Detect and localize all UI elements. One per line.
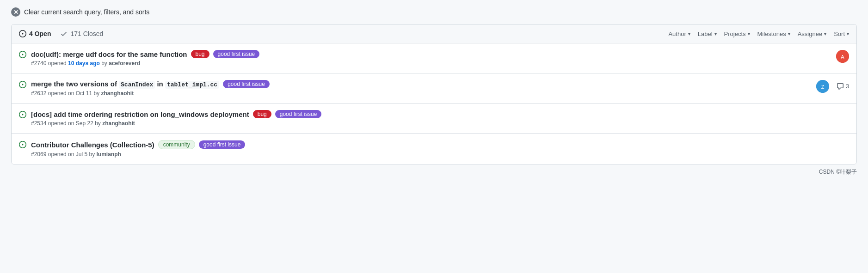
comment-number: 3 (846, 83, 849, 90)
issues-container: 4 Open 171 Closed Author ▾ Label ▾ (11, 24, 857, 164)
issue-title-row: [docs] add time ordering restriction on … (31, 110, 842, 118)
footer-note: CSDN ©叶梨子 (11, 164, 857, 178)
issue-by: by (93, 90, 101, 97)
avatar: Z (816, 80, 829, 93)
issue-open-icon (19, 111, 26, 118)
label-filter-button[interactable]: Label ▾ (698, 30, 717, 37)
svg-text:Z: Z (821, 84, 825, 90)
code-scanindex: ScanIndex (119, 81, 155, 89)
comment-count: 3 (837, 83, 849, 90)
table-row: doc(udf): merge udf docs for the same fu… (12, 43, 856, 73)
issue-time-text: opened on (48, 151, 76, 158)
badge-bug: bug (253, 110, 271, 118)
projects-filter-label: Projects (724, 30, 746, 37)
issue-right: A (836, 50, 849, 63)
table-row: [docs] add time ordering restriction on … (12, 103, 856, 133)
issue-title[interactable]: doc(udf): merge udf docs for the same fu… (31, 50, 187, 58)
milestones-filter-label: Milestones (757, 30, 786, 37)
issue-author[interactable]: zhanghaohit (101, 90, 134, 97)
issue-content: doc(udf): merge udf docs for the same fu… (31, 50, 829, 67)
issue-time-value: Jul 5 (76, 151, 87, 158)
issue-time-value: Oct 11 (76, 90, 92, 97)
milestones-chevron-icon: ▾ (788, 31, 790, 36)
badge-bug: bug (191, 50, 209, 58)
closed-count-label: 171 Closed (70, 30, 103, 37)
issue-author[interactable]: zhanghaohit (102, 120, 135, 127)
projects-filter-button[interactable]: Projects ▾ (724, 30, 750, 37)
issue-number: #2632 (31, 90, 46, 97)
label-chevron-icon: ▾ (714, 31, 717, 36)
issue-content: [docs] add time ordering restriction on … (31, 110, 842, 127)
sort-filter-label: Sort (834, 30, 845, 37)
milestones-filter-button[interactable]: Milestones ▾ (757, 30, 790, 37)
issue-title[interactable]: [docs] add time ordering restriction on … (31, 110, 249, 118)
issue-content: merge the two versions of ScanIndex in t… (31, 80, 809, 97)
avatar-image: A (836, 50, 849, 63)
issue-time-text: opened on (48, 120, 76, 127)
issue-time-link[interactable]: 10 days ago (68, 60, 100, 67)
issue-number: #2534 (31, 120, 46, 127)
svg-text:A: A (841, 54, 844, 60)
issue-time-text: opened on (48, 90, 76, 97)
avatar: A (836, 50, 849, 63)
issue-number: #2069 (31, 151, 46, 158)
issue-author[interactable]: aceforeverd (109, 60, 140, 67)
issue-time-value: Sep 22 (76, 120, 93, 127)
badge-good-first-issue: good first issue (223, 80, 270, 88)
issue-title-row: Contributor Challenges (Collection-5) co… (31, 140, 842, 149)
clear-search-icon[interactable]: ✕ (11, 7, 20, 17)
clear-search-label: Clear current search query, filters, and… (24, 8, 149, 16)
issue-by: by (89, 151, 96, 158)
code-tablet: tablet_impl.cc (165, 81, 219, 89)
assignee-filter-button[interactable]: Assignee ▾ (798, 30, 826, 37)
issue-author[interactable]: lumianph (97, 151, 121, 158)
author-filter-label: Author (668, 30, 686, 37)
issue-content: Contributor Challenges (Collection-5) co… (31, 140, 842, 158)
issue-right: Z 3 (816, 80, 849, 93)
assignee-chevron-icon: ▾ (824, 31, 826, 36)
issue-title[interactable]: merge the two versions of ScanIndex in t… (31, 80, 219, 88)
comment-icon (837, 83, 844, 90)
badge-good-first-issue: good first issue (199, 140, 246, 149)
table-row: Contributor Challenges (Collection-5) co… (12, 133, 856, 164)
issues-header: 4 Open 171 Closed Author ▾ Label ▾ (12, 24, 856, 43)
issue-by: by (101, 60, 109, 67)
badge-good-first-issue: good first issue (213, 50, 260, 58)
closed-issue-icon (60, 30, 68, 37)
author-filter-button[interactable]: Author ▾ (668, 30, 690, 37)
open-issues-button[interactable]: 4 Open (19, 30, 51, 37)
issue-open-icon (19, 51, 26, 58)
issue-time-text: opened (48, 60, 68, 67)
badge-community: community (158, 140, 195, 149)
issue-meta: #2632 opened on Oct 11 by zhanghaohit (31, 90, 809, 97)
assignee-filter-label: Assignee (798, 30, 822, 37)
issue-open-icon (19, 141, 26, 148)
sort-chevron-icon: ▾ (847, 31, 849, 36)
avatar-image: Z (816, 80, 829, 93)
issue-number: #2740 (31, 60, 46, 67)
issue-open-icon (19, 81, 26, 88)
issue-meta: #2740 opened 10 days ago by aceforeverd (31, 60, 829, 67)
issue-title-row: merge the two versions of ScanIndex in t… (31, 80, 809, 88)
badge-good-first-issue: good first issue (275, 110, 322, 118)
sort-filter-button[interactable]: Sort ▾ (834, 30, 849, 37)
issue-title[interactable]: Contributor Challenges (Collection-5) (31, 141, 154, 149)
table-row: merge the two versions of ScanIndex in t… (12, 73, 856, 103)
open-issue-icon (19, 30, 26, 37)
issue-meta: #2534 opened on Sep 22 by zhanghaohit (31, 120, 842, 127)
open-count-label: 4 Open (29, 30, 51, 37)
closed-issues-button[interactable]: 171 Closed (60, 30, 103, 37)
issue-meta: #2069 opened on Jul 5 by lumianph (31, 151, 842, 158)
issue-title-row: doc(udf): merge udf docs for the same fu… (31, 50, 829, 58)
issues-header-left: 4 Open 171 Closed (19, 30, 103, 37)
author-chevron-icon: ▾ (688, 31, 690, 36)
label-filter-label: Label (698, 30, 713, 37)
clear-search-bar: ✕ Clear current search query, filters, a… (11, 7, 857, 17)
issues-header-right: Author ▾ Label ▾ Projects ▾ Milestones ▾… (668, 30, 849, 37)
issue-by: by (95, 120, 102, 127)
projects-chevron-icon: ▾ (748, 31, 750, 36)
